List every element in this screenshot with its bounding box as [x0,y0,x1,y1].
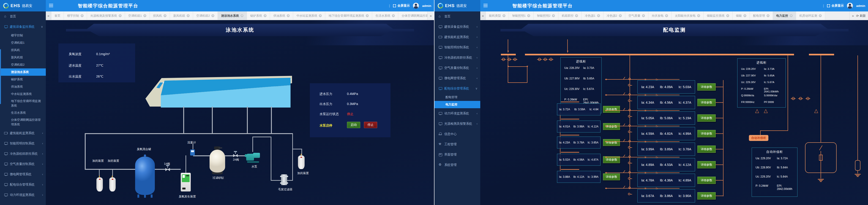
compensation-cabinet-tag[interactable]: 自动补偿柜 [749,135,768,141]
tab-close-icon[interactable]: ✕ [319,14,322,17]
sidebar-item-建筑设备监控系统[interactable]: 建筑设备监控系统 ∨ [0,22,46,32]
sidebar-item-供油系统[interactable]: 供油系统 [0,83,46,90]
tab-冷热源1[interactable]: 冷热源1 ✕ [582,11,603,20]
tab-排风机[interactable]: 排风机 ✕ [150,11,170,20]
avatar[interactable] [847,3,853,9]
sidebar-item-中水站监测系统[interactable]: 中水站监测系统 [0,90,46,98]
sidebar-item-微电网管理系统[interactable]: 微电网管理系统 ‹ [0,169,46,179]
tab-机房动环监测[interactable]: 机房动环监测 ✕ [796,11,825,20]
tab-close-icon[interactable]: ✕ [597,14,600,17]
username[interactable]: admin [856,4,865,7]
tab-空调机组2[interactable]: 空调机组2 ✕ [193,11,218,20]
tabs-prev-button[interactable]: « [46,11,51,20]
fullscreen-button[interactable]: 全屏显示 [827,4,844,8]
refresh-button[interactable]: ⟳ 刷新 [856,14,866,18]
tab-close-icon[interactable]: ✕ [819,14,822,17]
tab-太阳能光伏发电[interactable]: 太阳能光伏发电 ✕ [672,11,704,20]
sidebar-item-光源检测及报警系统[interactable]: 光源检测及报警系统 ‹ [434,118,480,129]
sidebar-item-建筑设备监控系统[interactable]: 建筑设备监控系统 ‹ [434,22,480,32]
tab-智能照明1[interactable]: 智能照明1 ✕ [509,11,534,20]
sidebar-item-微电网管理系统[interactable]: 微电网管理系统 ‹ [434,73,480,83]
tab-电力监控[interactable]: 电力监控 ✕ [773,11,796,20]
tab-close-icon[interactable]: ✕ [287,14,290,17]
sidebar-item-分体空调联网温控器管理系统[interactable]: 分体空调联网温控器管理系统 [0,116,46,128]
tab-close-icon[interactable]: ✕ [642,14,645,17]
sidebar-item-空气质量控制系统[interactable]: 空气质量控制系统 ‹ [434,63,480,73]
tab-close-icon[interactable]: ✕ [187,14,190,17]
tab-close-icon[interactable]: ✕ [502,14,505,17]
valve-1[interactable] [165,168,170,171]
tab-close-icon[interactable]: ✕ [619,14,622,17]
sidebar-item-空气质量控制系统[interactable]: 空气质量控制系统 ‹ [0,159,46,169]
sidebar-item-工程管理[interactable]: 工程管理 [434,139,480,149]
tab-首页[interactable]: 首页 [51,11,64,20]
detail-params-button[interactable]: 详细参数 [698,177,716,184]
tabs-prev-button[interactable]: « [480,11,486,20]
tab-close-icon[interactable]: ✕ [241,14,244,17]
sidebar-item-配电管理[interactable]: 配电管理 [434,94,480,101]
tab-储能监控系统[interactable]: 储能监控系统 ✕ [704,11,733,20]
tab-close-icon[interactable]: ✕ [767,14,770,17]
sidebar-item-界面管理[interactable]: 界面管理 [434,149,480,160]
tab-储能[interactable]: 储能 ✕ [733,11,750,20]
tab-生活水系统[interactable]: 生活水系统 ✕ [372,11,398,20]
tab-close-icon[interactable]: ✕ [726,14,729,17]
tab-close-icon[interactable]: ✕ [552,14,555,17]
tab-光伏发电[interactable]: 光伏发电 ✕ [648,11,672,20]
valve-2[interactable] [233,154,238,157]
sidebar-item-排风机[interactable]: 排风机 [0,46,46,54]
tab-close-icon[interactable]: ✕ [697,14,700,17]
sidebar-scrollbar[interactable] [0,49,1,104]
sidebar-item-建筑能耗监测系统[interactable]: 建筑能耗监测系统 ‹ [434,32,480,42]
sidebar-item-首页[interactable]: 首页 [434,11,480,22]
tab-close-icon[interactable]: ✕ [119,14,122,17]
sidebar-item-配电综合管理系统[interactable]: 配电综合管理系统 ‹ [0,179,46,190]
sidebar-item-智能照明控制系统[interactable]: 智能照明控制系统 ‹ [0,138,46,148]
tab-能耗类型[interactable]: 能耗类型 ✕ [486,11,509,20]
detail-params-button[interactable]: 详细参数 [698,99,716,106]
avatar[interactable] [413,3,419,9]
sidebar-item-新风机组[interactable]: 新风机组 [0,54,46,61]
tab-close-icon[interactable]: ✕ [366,14,369,17]
sidebar-item-空调机组2[interactable]: 空调机组2 [0,61,46,68]
menu-toggle-icon[interactable] [49,4,53,4]
tab-机组群控[interactable]: 机组群控 ✕ [558,11,582,20]
sidebar-item-信息中心[interactable]: 信息中心 [434,129,480,139]
tab-智能照明2[interactable]: 智能照明2 ✕ [534,11,558,20]
detail-params-button[interactable]: 详细参数 [698,161,716,168]
tab-游泳池水系统[interactable]: 游泳池水系统 ✕ [218,11,247,20]
tab-光源检测及报警系统[interactable]: 光源检测及报警系统 ✕ [87,11,125,20]
tab-供油系统[interactable]: 供油系统 ✕ [270,11,293,20]
menu-toggle-icon[interactable] [484,4,488,4]
sidebar-item-智能照明控制系统[interactable]: 智能照明控制系统 ‹ [434,42,480,53]
detail-params-button[interactable]: 详细参数 [698,192,716,200]
sidebar-item-动力环境监测系统[interactable]: 动力环境监测系统 ‹ [434,108,480,118]
tab-新风机组[interactable]: 新风机组 ✕ [170,11,193,20]
sidebar-item-动力环境监测系统[interactable]: 动力环境监测系统 ‹ [0,190,46,200]
sidebar-item-空调机组1[interactable]: 空调机组1 [0,39,46,46]
sidebar-item-游泳池水系统[interactable]: 游泳池水系统 [0,68,46,76]
tab-冷热源2[interactable]: 冷热源2 ✕ [603,11,625,20]
sidebar-item-配电综合管理系统[interactable]: 配电综合管理系统 ∨ [434,83,480,94]
tab-空调机组1[interactable]: 空调机组1 ✕ [125,11,150,20]
tabs-next-button[interactable]: » [430,14,432,18]
tab-close-icon[interactable]: ✕ [575,14,578,17]
sidebar-item-冷热源机组群控系统[interactable]: 冷热源机组群控系统 ‹ [0,148,46,159]
tab-close-icon[interactable]: ✕ [143,14,146,17]
detail-params-button[interactable]: 详细参数 [698,83,716,91]
sidebar-item-电力监控[interactable]: 电力监控 [434,101,480,108]
brand-logo[interactable]: EHS 德易安 [0,0,46,11]
tab-楼宇控制[interactable]: 楼宇控制 ✕ [64,11,87,20]
tab-空气质量[interactable]: 空气质量 ✕ [625,11,648,20]
sidebar-item-生活水系统[interactable]: 生活水系统 [0,109,46,116]
tab-close-icon[interactable]: ✕ [790,14,793,17]
tab-配电管理[interactable]: 配电管理 ✕ [750,11,773,20]
tab-close-icon[interactable]: ✕ [743,14,746,17]
tab-close-icon[interactable]: ✕ [264,14,267,17]
tab-close-icon[interactable]: ✕ [665,14,668,17]
tab-锅炉系统[interactable]: 锅炉系统 ✕ [247,11,270,20]
sidebar-item-楼宇控制[interactable]: 楼宇控制 [0,32,46,39]
tab-close-icon[interactable]: ✕ [392,14,395,17]
tab-中水站监测系统[interactable]: 中水站监测系统 ✕ [293,11,325,20]
tabs-next-button[interactable]: » [852,14,854,18]
